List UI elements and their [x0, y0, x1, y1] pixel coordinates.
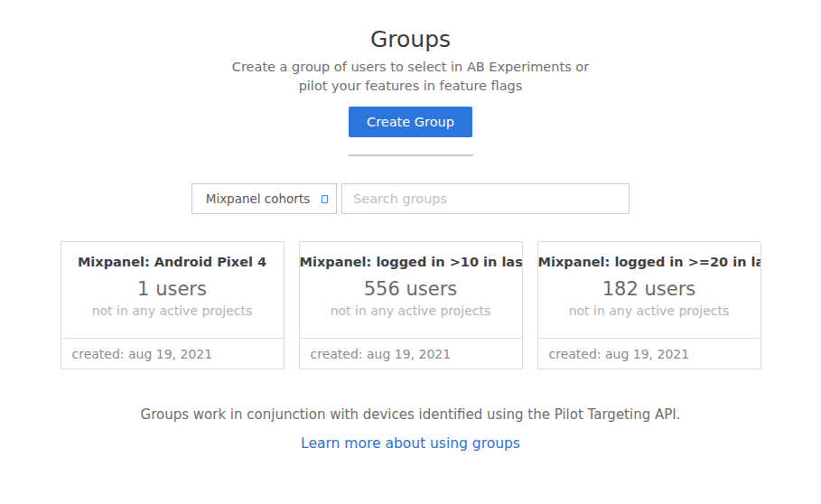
cohort-source-dropdown-label: Mixpanel cohorts	[206, 191, 323, 206]
page-title: Groups	[0, 25, 821, 54]
group-card-title: Mixpanel: logged in >10 in last 30 ...	[300, 253, 522, 271]
group-card-status: not in any active projects	[300, 303, 522, 320]
group-card-title: Mixpanel: logged in >=20 in last 30...	[538, 253, 760, 271]
group-card-user-count: 556 users	[300, 277, 522, 301]
page-subtitle-line-2: pilot your features in feature flags	[0, 77, 821, 96]
group-card-user-count: 182 users	[538, 277, 760, 301]
footer-link-row: Learn more about using groups	[0, 434, 821, 452]
controls-row: Mixpanel cohorts	[0, 183, 821, 214]
group-card[interactable]: Mixpanel: Android Pixel 4 1 users not in…	[61, 241, 285, 369]
page-subtitle-line-1: Create a group of users to select in AB …	[0, 58, 821, 77]
group-card-body: Mixpanel: Android Pixel 4 1 users not in…	[61, 242, 284, 338]
header-divider	[349, 154, 473, 156]
search-groups-input[interactable]	[341, 183, 630, 214]
group-card-created: created: aug 19, 2021	[300, 338, 522, 369]
cohort-source-dropdown[interactable]: Mixpanel cohorts	[191, 183, 337, 214]
group-card-body: Mixpanel: logged in >=20 in last 30... 1…	[538, 242, 760, 338]
dropdown-caret-icon	[322, 195, 328, 203]
group-card[interactable]: Mixpanel: logged in >10 in last 30 ... 5…	[299, 241, 523, 369]
learn-more-link[interactable]: Learn more about using groups	[301, 435, 520, 452]
group-card-status: not in any active projects	[61, 303, 284, 320]
create-group-button[interactable]: Create Group	[349, 107, 472, 137]
page-subtitle: Create a group of users to select in AB …	[0, 58, 821, 96]
group-card[interactable]: Mixpanel: logged in >=20 in last 30... 1…	[537, 241, 761, 369]
group-card-title: Mixpanel: Android Pixel 4	[61, 253, 284, 271]
footer-info-text: Groups work in conjunction with devices …	[0, 406, 821, 424]
groups-page: Groups Create a group of users to select…	[0, 25, 821, 504]
group-cards-row: Mixpanel: Android Pixel 4 1 users not in…	[0, 241, 821, 369]
group-card-user-count: 1 users	[61, 277, 284, 301]
group-card-body: Mixpanel: logged in >10 in last 30 ... 5…	[300, 242, 522, 338]
group-card-created: created: aug 19, 2021	[538, 338, 760, 369]
group-card-status: not in any active projects	[538, 303, 760, 320]
group-card-created: created: aug 19, 2021	[61, 338, 284, 369]
